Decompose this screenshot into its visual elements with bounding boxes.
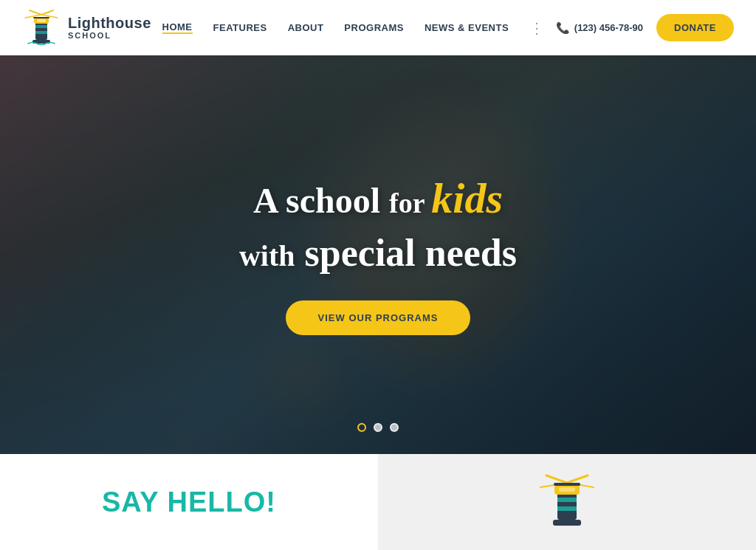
lighthouse-icon-area — [378, 454, 756, 550]
phone-number: (123) 456-78-90 — [574, 22, 643, 33]
hero-headline-line2: with special needs — [239, 231, 517, 275]
donate-button[interactable]: DONATE — [656, 14, 734, 41]
more-menu-icon[interactable]: ⋮ — [529, 19, 545, 37]
logo-icon — [22, 9, 61, 47]
svg-line-12 — [567, 475, 588, 483]
svg-line-11 — [546, 475, 567, 483]
nav-home[interactable]: HOME — [162, 21, 193, 34]
lighthouse-decorative-icon — [537, 472, 597, 532]
svg-rect-21 — [554, 483, 580, 486]
bottom-section: SAY HELLO! — [0, 454, 756, 550]
nav-features[interactable]: FEATURES — [213, 22, 267, 33]
svg-rect-6 — [35, 31, 47, 34]
logo[interactable]: Lighthouse SCHOOL — [22, 9, 151, 47]
svg-rect-5 — [35, 25, 47, 28]
svg-rect-20 — [553, 520, 581, 526]
phone-area: 📞 (123) 456-78-90 — [556, 21, 643, 35]
svg-rect-16 — [557, 498, 577, 502]
hero-section: A school for kids with special needs VIE… — [0, 55, 756, 454]
phone-icon: 📞 — [556, 21, 570, 35]
carousel-dot-1[interactable] — [357, 423, 366, 432]
hero-headline-line1: A school for kids — [253, 174, 503, 224]
carousel-dot-3[interactable] — [390, 423, 399, 432]
nav-news-events[interactable]: NEWS & EVENTS — [425, 22, 509, 33]
svg-rect-10 — [33, 17, 49, 18]
logo-title: Lighthouse — [68, 15, 151, 31]
view-programs-button[interactable]: VIEW OUR PROGRAMS — [286, 300, 471, 335]
logo-text: Lighthouse SCHOOL — [68, 15, 151, 40]
main-nav: HOME FEATURES ABOUT PROGRAMS NEWS & EVEN… — [162, 19, 546, 37]
svg-rect-8 — [37, 19, 46, 22]
header-right: 📞 (123) 456-78-90 DONATE — [556, 14, 734, 41]
nav-programs[interactable]: PROGRAMS — [344, 22, 404, 33]
svg-rect-19 — [559, 487, 575, 492]
say-hello-area: SAY HELLO! — [0, 454, 378, 550]
header: Lighthouse SCHOOL HOME FEATURES ABOUT PR… — [0, 0, 756, 55]
hero-carousel-dots — [357, 423, 399, 432]
hero-text-special-needs: special needs — [305, 232, 517, 274]
logo-subtitle: SCHOOL — [68, 31, 151, 40]
hero-text-kids: kids — [431, 174, 503, 222]
svg-line-1 — [41, 10, 53, 15]
say-hello-text: SAY HELLO! — [102, 487, 276, 518]
hero-content: A school for kids with special needs VIE… — [0, 55, 756, 454]
carousel-dot-2[interactable] — [374, 423, 382, 432]
hero-text-for: for — [389, 188, 431, 219]
svg-line-0 — [30, 10, 41, 15]
svg-rect-17 — [557, 506, 577, 511]
hero-text-school: A school — [253, 181, 380, 220]
nav-about[interactable]: ABOUT — [288, 22, 324, 33]
hero-text-with: with — [239, 239, 295, 272]
